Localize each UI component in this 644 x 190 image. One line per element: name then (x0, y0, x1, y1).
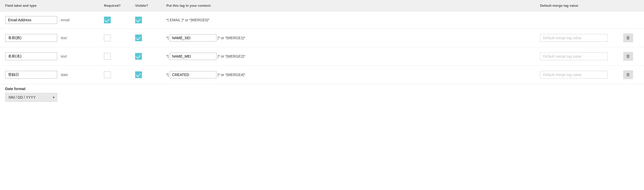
header-merge-default: Default merge tag value (540, 4, 623, 8)
created-visible-cell (135, 71, 166, 78)
date-format-select[interactable]: MM / DD / YYYY DD / MM / YYYY YYYY / MM … (5, 93, 57, 102)
namemei-tag-prefix: *| (166, 54, 169, 58)
email-tag-cell: *|EMAIL|* or *|MERGE0|* (166, 18, 540, 22)
table-row: text *| |* or *|MERGE1|* 🗑 (0, 29, 644, 47)
table-row: text *| |* or *|MERGE2|* 🗑 (0, 47, 644, 66)
namesei-delete-button[interactable]: 🗑 (623, 33, 633, 42)
field-label-cell-email: email (5, 16, 104, 24)
created-required-cell (104, 71, 135, 78)
created-tag-cell: *| |* or *|MERGE4|* (166, 71, 540, 78)
namemei-delete-button[interactable]: 🗑 (623, 52, 633, 61)
field-label-cell-created: date (5, 71, 104, 79)
table-row: email *|EMAIL|* or *|MERGE0|* (0, 11, 644, 29)
email-tag-value: EMAIL (170, 18, 181, 22)
email-type-label: email (61, 18, 69, 22)
email-visible-checkbox[interactable] (135, 17, 142, 23)
namesei-required-cell (104, 35, 135, 41)
created-delete-button[interactable]: 🗑 (623, 70, 633, 79)
created-visible-checkbox[interactable] (135, 71, 142, 78)
header-visible: Visible? (135, 4, 166, 8)
namemei-required-checkbox[interactable] (104, 53, 111, 60)
namemei-required-cell (104, 53, 135, 60)
namemei-delete-cell: 🗑 (623, 52, 639, 61)
namemei-label-input[interactable] (5, 52, 57, 60)
email-label-input[interactable] (5, 16, 57, 24)
namesei-tag-cell: *| |* or *|MERGE1|* (166, 34, 540, 42)
namesei-tag-prefix: *| (166, 36, 169, 40)
created-tag-middle: |* or *|MERGE4|* (218, 73, 245, 77)
field-label-cell-namesei: text (5, 34, 104, 42)
email-tag-prefix: *| (166, 18, 169, 22)
namesei-label-input[interactable] (5, 34, 57, 42)
created-merge-default-cell (540, 71, 623, 79)
namesei-required-checkbox[interactable] (104, 35, 111, 41)
date-format-select-wrapper: MM / DD / YYYY DD / MM / YYYY YYYY / MM … (5, 93, 57, 102)
namemei-type-label: text (61, 54, 67, 58)
header-tag: Put this tag in your content: (166, 4, 540, 8)
created-tag-input[interactable] (170, 71, 216, 78)
namemei-tag-cell: *| |* or *|MERGE2|* (166, 53, 540, 60)
created-tag-prefix: *| (166, 73, 169, 77)
header-required: Required? (104, 4, 135, 8)
email-visible-cell (135, 17, 166, 23)
namesei-tag-input[interactable] (170, 34, 216, 42)
field-label-cell-namemei: text (5, 52, 104, 60)
created-delete-cell: 🗑 (623, 70, 639, 79)
email-tag-suffix: |* or *|MERGE0|* (182, 18, 209, 22)
email-required-cell (104, 17, 135, 23)
namesei-type-label: text (61, 36, 67, 40)
date-format-section: Date format MM / DD / YYYY DD / MM / YYY… (0, 84, 644, 107)
created-label-input[interactable] (5, 71, 57, 79)
namesei-merge-input[interactable] (540, 34, 608, 42)
namemei-tag-middle: |* or *|MERGE2|* (218, 54, 245, 58)
created-type-label: date (61, 73, 68, 77)
created-required-checkbox[interactable] (104, 71, 111, 78)
namemei-visible-checkbox[interactable] (135, 53, 142, 60)
namesei-merge-default-cell (540, 34, 623, 42)
namesei-tag-middle: |* or *|MERGE1|* (218, 36, 245, 40)
date-format-label: Date format (5, 87, 639, 91)
created-merge-input[interactable] (540, 71, 608, 79)
namesei-visible-checkbox[interactable] (135, 35, 142, 41)
namemei-merge-input[interactable] (540, 52, 608, 60)
table-row: date *| |* or *|MERGE4|* 🗑 (0, 66, 644, 84)
namemei-merge-default-cell (540, 52, 623, 60)
header-actions (623, 4, 639, 8)
merge-fields-table: Field label and type Required? Visible? … (0, 0, 644, 107)
namemei-visible-cell (135, 53, 166, 60)
email-required-checkbox[interactable] (104, 17, 111, 23)
namesei-visible-cell (135, 35, 166, 41)
header-field-label: Field label and type (5, 4, 104, 8)
namemei-tag-input[interactable] (170, 53, 216, 60)
table-header: Field label and type Required? Visible? … (0, 0, 644, 11)
namesei-delete-cell: 🗑 (623, 33, 639, 42)
